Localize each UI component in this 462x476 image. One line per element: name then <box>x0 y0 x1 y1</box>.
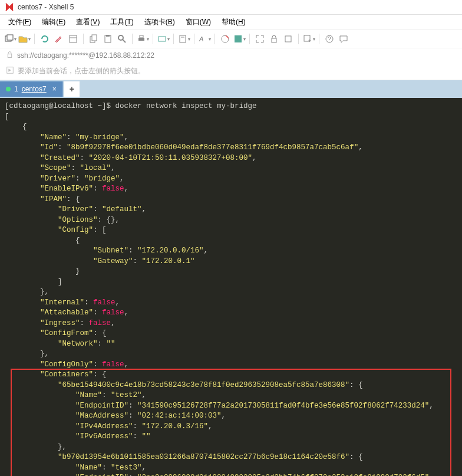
toolbar-separator <box>83 34 84 44</box>
color-scheme-button[interactable]: ▾ <box>233 32 246 45</box>
script-button[interactable]: ▾ <box>177 32 190 45</box>
toolbar-separator <box>319 34 319 44</box>
hint-text: 要添加当前会话，点击左侧的箭头按钮。 <box>18 66 145 76</box>
svg-text:+: + <box>308 38 311 44</box>
tab-close-button[interactable]: × <box>52 85 57 93</box>
toolbar-separator <box>153 34 153 44</box>
svg-rect-2 <box>70 35 77 42</box>
add-tab-button[interactable]: + <box>64 81 80 97</box>
terminal-line: "Ingress": false, <box>0 319 462 329</box>
toolbar-separator <box>214 34 215 44</box>
terminal-line: "MacAddress": "02:42:ac:14:00:03", <box>0 411 462 422</box>
svg-rect-19 <box>285 36 291 42</box>
terminal-line: "65be1549400c9c4e18b73cd58243c3e78f81f0e… <box>0 380 462 391</box>
encoding-button[interactable]: A▾ <box>198 32 211 45</box>
menu-v[interactable]: 查看(V) <box>72 16 103 28</box>
find-button[interactable] <box>116 32 128 45</box>
svg-rect-12 <box>159 37 166 41</box>
terminal-line: "Network": "" <box>0 339 462 350</box>
toolbar-separator <box>298 34 299 44</box>
connection-status-icon <box>6 87 11 91</box>
terminal-line: "Attachable": false, <box>0 308 462 319</box>
terminal[interactable]: [cdtaogang@localhost ~]$ docker network … <box>0 98 462 476</box>
paste-button[interactable] <box>101 32 114 45</box>
reconnect-button[interactable] <box>38 32 51 45</box>
address-text[interactable]: ssh://cdtaogang:*******@192.168.88.212:2… <box>17 51 154 60</box>
print-button[interactable]: ▾ <box>136 32 149 45</box>
svg-rect-10 <box>138 38 144 41</box>
terminal-line: "EnableIPv6": false, <box>0 184 462 195</box>
window-title: centos7 - Xshell 5 <box>18 3 74 11</box>
terminal-line: "ConfigFrom": { <box>0 329 462 339</box>
svg-point-8 <box>118 35 123 40</box>
xshell-app-icon <box>5 2 14 12</box>
terminal-line: "Internal": false, <box>0 298 462 308</box>
open-button[interactable]: ▾ <box>18 32 31 45</box>
terminal-line: "Created": "2020-04-10T21:50:11.03593832… <box>0 153 462 164</box>
terminal-line: ] <box>0 277 462 288</box>
help-button[interactable]: ? <box>323 32 336 45</box>
svg-rect-17 <box>235 35 242 42</box>
terminal-line: "EndpointID": "341590c95126728f77a2a2017… <box>0 401 462 412</box>
svg-text:?: ? <box>328 36 331 42</box>
terminal-line: }, <box>0 442 462 453</box>
tab-index: 1 <box>14 85 18 93</box>
menu-e[interactable]: 编辑(E) <box>38 16 69 28</box>
menu-t[interactable]: 工具(T) <box>107 16 137 28</box>
svg-text:A: A <box>199 35 203 42</box>
properties-button[interactable] <box>67 32 80 45</box>
terminal-line: "Driver": "bridge", <box>0 174 462 185</box>
tab-label: centos7 <box>22 85 47 93</box>
fullscreen-button[interactable] <box>253 32 266 45</box>
toolbar-separator <box>194 34 194 44</box>
always-on-top-button[interactable] <box>282 32 295 45</box>
terminal-line: "EndpointID": "3ea9e0996098d011988489020… <box>0 473 462 476</box>
terminal-line: "Subnet": "172.20.0.0/16", <box>0 246 462 257</box>
lock-icon <box>6 51 14 60</box>
terminal-line: "Id": "8b9f92978f6ee01bdbe060d049edaf8de… <box>0 143 462 153</box>
tab-centos7[interactable]: 1 centos7 × <box>0 81 63 97</box>
tab-strip: 1 centos7 × + <box>0 80 462 98</box>
terminal-line: "Name": "my-bridge", <box>0 133 462 143</box>
transfer-button[interactable]: ▾ <box>157 32 170 45</box>
terminal-line: "Name": "test3", <box>0 463 462 474</box>
lock-button[interactable] <box>268 32 280 45</box>
copy-button[interactable] <box>87 32 100 45</box>
svg-rect-5 <box>92 35 97 41</box>
svg-rect-18 <box>272 38 276 42</box>
terminal-line: } <box>0 267 462 277</box>
menu-h[interactable]: 帮助(H) <box>218 16 249 28</box>
toolbar-separator <box>173 34 174 44</box>
terminal-line: "Gateway": "172.20.0.1" <box>0 257 462 267</box>
terminal-line: }, <box>0 287 462 298</box>
toolbar-separator <box>34 34 35 44</box>
menu-w[interactable]: 窗口(W) <box>182 16 214 28</box>
terminal-line: "b970d13954e6b1011585ea031266a8707415802… <box>0 452 462 463</box>
toolbar: ▾ ▾ ▾ ▾ ▾ A▾ ▾ +▾ ? <box>0 29 462 48</box>
svg-rect-11 <box>140 35 143 38</box>
svg-rect-1 <box>7 35 13 40</box>
terminal-line: "Driver": "default", <box>0 205 462 215</box>
terminal-line: "Config": [ <box>0 225 462 236</box>
address-bar: ssh://cdtaogang:*******@192.168.88.212:2… <box>0 48 462 63</box>
new-window-button[interactable]: +▾ <box>302 32 315 45</box>
menu-f[interactable]: 文件(F) <box>5 16 35 28</box>
terminal-line: { <box>0 122 462 133</box>
terminal-line: "Scope": "local", <box>0 163 462 174</box>
terminal-line: "Options": {}, <box>0 215 462 226</box>
edit-button[interactable] <box>52 32 65 45</box>
hint-bar: 要添加当前会话，点击左侧的箭头按钮。 <box>0 63 462 80</box>
terminal-line: "ConfigOnly": false, <box>0 360 462 370</box>
svg-rect-13 <box>180 35 186 42</box>
terminal-line: [ <box>0 112 462 123</box>
terminal-line: }, <box>0 349 462 360</box>
terminal-line: "IPAM": { <box>0 195 462 205</box>
arrow-right-icon[interactable] <box>6 66 14 76</box>
menu-b[interactable]: 选项卡(B) <box>141 16 179 28</box>
terminal-line: "IPv6Address": "" <box>0 432 462 442</box>
terminal-line: { <box>0 236 462 247</box>
feedback-button[interactable] <box>337 32 350 45</box>
titlebar: centos7 - Xshell 5 <box>0 0 462 15</box>
color-button[interactable] <box>219 32 232 45</box>
new-session-button[interactable]: ▾ <box>4 32 16 45</box>
